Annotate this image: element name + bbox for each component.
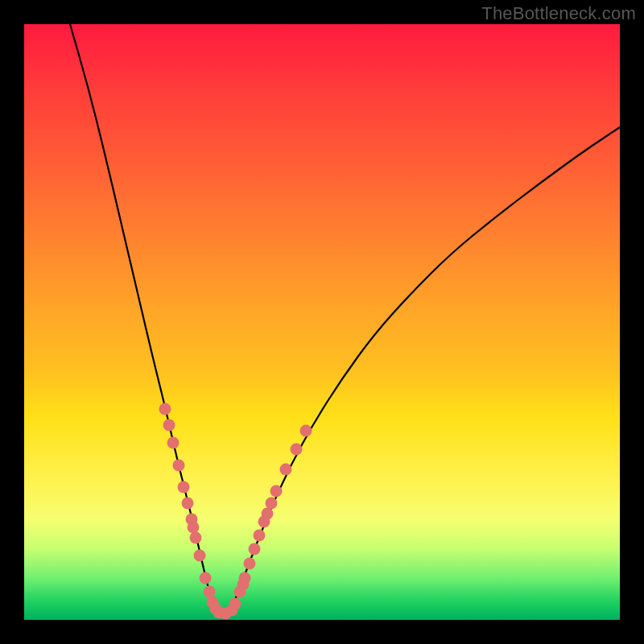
data-marker <box>194 550 206 562</box>
data-marker <box>229 598 242 610</box>
watermark-text: TheBottleneck.com <box>481 3 636 24</box>
data-marker <box>254 530 266 542</box>
right-curve <box>229 127 620 613</box>
chart-frame: TheBottleneck.com <box>0 0 644 644</box>
data-marker <box>300 425 312 437</box>
data-marker <box>182 497 194 510</box>
markers-group <box>159 403 312 620</box>
data-marker <box>270 485 283 497</box>
data-marker <box>190 532 202 544</box>
data-marker <box>204 586 216 598</box>
data-marker <box>167 437 180 449</box>
data-marker <box>244 558 256 570</box>
data-marker <box>280 464 292 476</box>
data-marker <box>266 497 278 510</box>
data-marker <box>249 543 261 555</box>
data-marker <box>237 579 250 591</box>
data-marker <box>188 522 200 534</box>
data-marker <box>262 508 274 520</box>
data-marker <box>159 403 171 415</box>
data-marker <box>291 444 303 456</box>
data-marker <box>178 481 190 493</box>
data-marker <box>173 460 185 472</box>
data-marker <box>200 572 212 584</box>
plot-area <box>24 24 620 620</box>
data-marker <box>163 419 175 431</box>
curves-svg <box>24 24 620 620</box>
